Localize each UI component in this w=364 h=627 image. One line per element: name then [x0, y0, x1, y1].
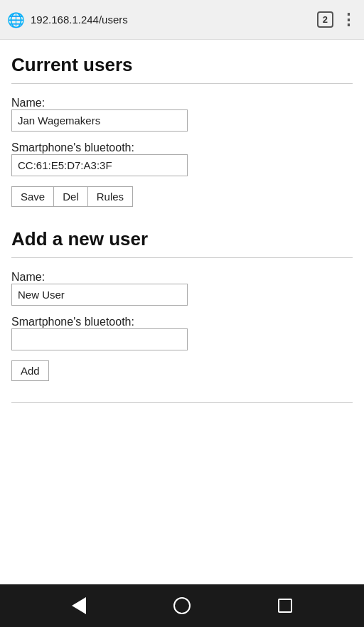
- rules-button[interactable]: Rules: [87, 186, 133, 207]
- recents-icon: [278, 599, 292, 613]
- current-users-section: Current users Name: Smartphone's bluetoo…: [11, 54, 353, 207]
- add-button[interactable]: Add: [11, 360, 49, 381]
- bottom-divider: [11, 402, 353, 403]
- current-name-label: Name:: [11, 97, 45, 109]
- back-icon: [72, 597, 86, 614]
- del-button[interactable]: Del: [53, 186, 87, 207]
- save-button[interactable]: Save: [11, 186, 53, 207]
- current-bluetooth-label: Smartphone's bluetooth:: [11, 141, 134, 154]
- url-bar[interactable]: 192.168.1.244/users: [31, 14, 317, 26]
- back-button[interactable]: [72, 597, 86, 614]
- add-user-actions: Add: [11, 360, 353, 381]
- new-name-label: Name:: [11, 271, 45, 283]
- new-bluetooth-input[interactable]: [11, 328, 188, 350]
- divider-current-users: [11, 83, 353, 84]
- new-name-input[interactable]: [11, 284, 188, 306]
- current-bluetooth-input[interactable]: [11, 154, 188, 176]
- current-user-actions: Save Del Rules: [11, 186, 353, 207]
- more-menu-icon[interactable]: ⋮: [341, 11, 357, 29]
- page-content: Current users Name: Smartphone's bluetoo…: [0, 40, 364, 584]
- globe-icon: 🌐: [7, 11, 25, 28]
- browser-bar: 🌐 192.168.1.244/users 2 ⋮: [0, 0, 364, 40]
- recents-button[interactable]: [278, 599, 292, 613]
- add-user-title: Add a new user: [11, 228, 353, 250]
- current-name-input[interactable]: [11, 109, 188, 132]
- home-button[interactable]: [173, 597, 191, 614]
- tab-count-badge[interactable]: 2: [317, 11, 333, 28]
- bottom-nav-bar: [0, 584, 364, 627]
- new-bluetooth-label: Smartphone's bluetooth:: [11, 316, 134, 328]
- current-users-title: Current users: [11, 54, 353, 76]
- add-user-section: Add a new user Name: Smartphone's blueto…: [11, 228, 353, 381]
- divider-add-user: [11, 257, 353, 258]
- home-icon: [173, 597, 191, 614]
